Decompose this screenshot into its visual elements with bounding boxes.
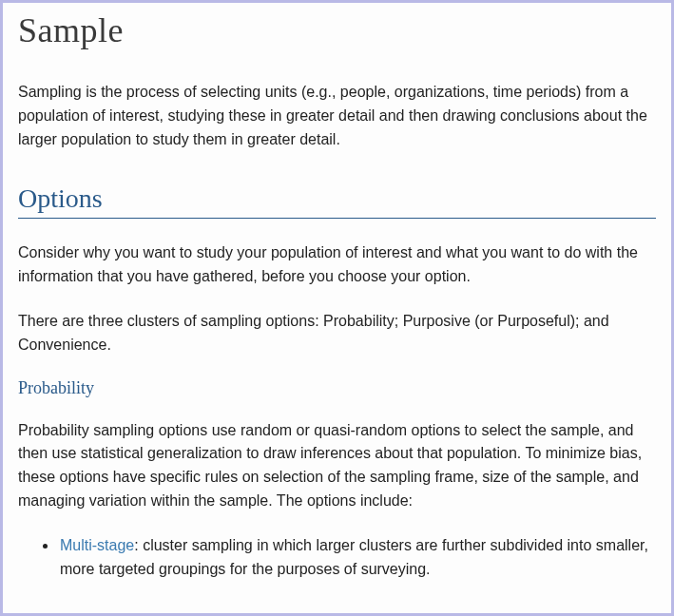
multi-stage-desc: : cluster sampling in which larger clust… [60,537,648,577]
options-paragraph-1: Consider why you want to study your popu… [18,241,656,289]
probability-options-list: Multi-stage: cluster sampling in which l… [18,534,656,582]
multi-stage-link[interactable]: Multi-stage [60,537,134,553]
probability-paragraph: Probability sampling options use random … [18,419,656,513]
probability-heading: Probability [18,378,656,398]
options-paragraph-2: There are three clusters of sampling opt… [18,310,656,357]
intro-paragraph: Sampling is the process of selecting uni… [18,81,656,151]
options-heading: Options [18,183,656,219]
page-title: Sample [18,10,656,50]
document-frame: Sample Sampling is the process of select… [0,0,674,616]
list-item: Multi-stage: cluster sampling in which l… [58,534,656,582]
